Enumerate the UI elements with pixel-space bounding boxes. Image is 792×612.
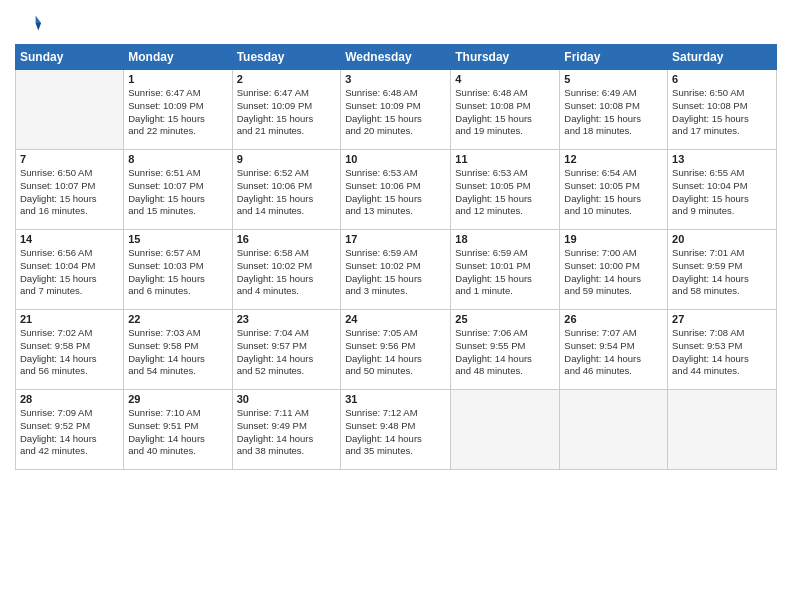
day-number: 26: [564, 313, 663, 325]
day-cell: 28Sunrise: 7:09 AM Sunset: 9:52 PM Dayli…: [16, 390, 124, 470]
day-info: Sunrise: 7:04 AM Sunset: 9:57 PM Dayligh…: [237, 327, 337, 378]
day-cell: 13Sunrise: 6:55 AM Sunset: 10:04 PM Dayl…: [668, 150, 777, 230]
day-number: 8: [128, 153, 227, 165]
day-number: 11: [455, 153, 555, 165]
day-info: Sunrise: 6:48 AM Sunset: 10:09 PM Daylig…: [345, 87, 446, 138]
day-number: 16: [237, 233, 337, 245]
svg-marker-0: [36, 16, 42, 23]
day-number: 22: [128, 313, 227, 325]
day-info: Sunrise: 6:50 AM Sunset: 10:07 PM Daylig…: [20, 167, 119, 218]
day-cell: 31Sunrise: 7:12 AM Sunset: 9:48 PM Dayli…: [341, 390, 451, 470]
day-cell: 23Sunrise: 7:04 AM Sunset: 9:57 PM Dayli…: [232, 310, 341, 390]
day-info: Sunrise: 6:48 AM Sunset: 10:08 PM Daylig…: [455, 87, 555, 138]
header: [15, 10, 777, 38]
day-cell: 18Sunrise: 6:59 AM Sunset: 10:01 PM Dayl…: [451, 230, 560, 310]
day-number: 6: [672, 73, 772, 85]
day-number: 12: [564, 153, 663, 165]
day-cell: 14Sunrise: 6:56 AM Sunset: 10:04 PM Dayl…: [16, 230, 124, 310]
week-row-2: 7Sunrise: 6:50 AM Sunset: 10:07 PM Dayli…: [16, 150, 777, 230]
day-cell: 5Sunrise: 6:49 AM Sunset: 10:08 PM Dayli…: [560, 70, 668, 150]
logo: [15, 10, 47, 38]
weekday-header-friday: Friday: [560, 45, 668, 70]
day-number: 13: [672, 153, 772, 165]
day-cell: 11Sunrise: 6:53 AM Sunset: 10:05 PM Dayl…: [451, 150, 560, 230]
day-number: 24: [345, 313, 446, 325]
weekday-header-tuesday: Tuesday: [232, 45, 341, 70]
day-cell: 16Sunrise: 6:58 AM Sunset: 10:02 PM Dayl…: [232, 230, 341, 310]
day-number: 5: [564, 73, 663, 85]
day-number: 17: [345, 233, 446, 245]
day-cell: 4Sunrise: 6:48 AM Sunset: 10:08 PM Dayli…: [451, 70, 560, 150]
day-cell: 9Sunrise: 6:52 AM Sunset: 10:06 PM Dayli…: [232, 150, 341, 230]
day-cell: 1Sunrise: 6:47 AM Sunset: 10:09 PM Dayli…: [124, 70, 232, 150]
day-info: Sunrise: 6:54 AM Sunset: 10:05 PM Daylig…: [564, 167, 663, 218]
day-cell: 24Sunrise: 7:05 AM Sunset: 9:56 PM Dayli…: [341, 310, 451, 390]
calendar-body: 1Sunrise: 6:47 AM Sunset: 10:09 PM Dayli…: [16, 70, 777, 470]
day-cell: [560, 390, 668, 470]
day-cell: 29Sunrise: 7:10 AM Sunset: 9:51 PM Dayli…: [124, 390, 232, 470]
day-info: Sunrise: 7:10 AM Sunset: 9:51 PM Dayligh…: [128, 407, 227, 458]
day-cell: [451, 390, 560, 470]
week-row-5: 28Sunrise: 7:09 AM Sunset: 9:52 PM Dayli…: [16, 390, 777, 470]
day-info: Sunrise: 7:07 AM Sunset: 9:54 PM Dayligh…: [564, 327, 663, 378]
day-number: 31: [345, 393, 446, 405]
day-number: 29: [128, 393, 227, 405]
week-row-1: 1Sunrise: 6:47 AM Sunset: 10:09 PM Dayli…: [16, 70, 777, 150]
day-cell: 2Sunrise: 6:47 AM Sunset: 10:09 PM Dayli…: [232, 70, 341, 150]
day-number: 30: [237, 393, 337, 405]
day-cell: 19Sunrise: 7:00 AM Sunset: 10:00 PM Dayl…: [560, 230, 668, 310]
week-row-4: 21Sunrise: 7:02 AM Sunset: 9:58 PM Dayli…: [16, 310, 777, 390]
day-info: Sunrise: 7:12 AM Sunset: 9:48 PM Dayligh…: [345, 407, 446, 458]
day-info: Sunrise: 6:49 AM Sunset: 10:08 PM Daylig…: [564, 87, 663, 138]
weekday-row: SundayMondayTuesdayWednesdayThursdayFrid…: [16, 45, 777, 70]
weekday-header-sunday: Sunday: [16, 45, 124, 70]
day-number: 15: [128, 233, 227, 245]
day-cell: 26Sunrise: 7:07 AM Sunset: 9:54 PM Dayli…: [560, 310, 668, 390]
day-info: Sunrise: 6:50 AM Sunset: 10:08 PM Daylig…: [672, 87, 772, 138]
day-number: 14: [20, 233, 119, 245]
day-cell: 7Sunrise: 6:50 AM Sunset: 10:07 PM Dayli…: [16, 150, 124, 230]
day-info: Sunrise: 7:01 AM Sunset: 9:59 PM Dayligh…: [672, 247, 772, 298]
day-number: 4: [455, 73, 555, 85]
day-info: Sunrise: 6:59 AM Sunset: 10:02 PM Daylig…: [345, 247, 446, 298]
day-info: Sunrise: 7:03 AM Sunset: 9:58 PM Dayligh…: [128, 327, 227, 378]
day-info: Sunrise: 6:56 AM Sunset: 10:04 PM Daylig…: [20, 247, 119, 298]
day-info: Sunrise: 6:47 AM Sunset: 10:09 PM Daylig…: [237, 87, 337, 138]
calendar-header: SundayMondayTuesdayWednesdayThursdayFrid…: [16, 45, 777, 70]
calendar-page: SundayMondayTuesdayWednesdayThursdayFrid…: [0, 0, 792, 612]
day-cell: 30Sunrise: 7:11 AM Sunset: 9:49 PM Dayli…: [232, 390, 341, 470]
day-number: 25: [455, 313, 555, 325]
day-info: Sunrise: 6:55 AM Sunset: 10:04 PM Daylig…: [672, 167, 772, 218]
day-info: Sunrise: 6:47 AM Sunset: 10:09 PM Daylig…: [128, 87, 227, 138]
day-cell: 15Sunrise: 6:57 AM Sunset: 10:03 PM Dayl…: [124, 230, 232, 310]
day-number: 28: [20, 393, 119, 405]
day-info: Sunrise: 6:53 AM Sunset: 10:05 PM Daylig…: [455, 167, 555, 218]
weekday-header-saturday: Saturday: [668, 45, 777, 70]
day-cell: 25Sunrise: 7:06 AM Sunset: 9:55 PM Dayli…: [451, 310, 560, 390]
day-cell: 12Sunrise: 6:54 AM Sunset: 10:05 PM Dayl…: [560, 150, 668, 230]
day-number: 3: [345, 73, 446, 85]
day-cell: 3Sunrise: 6:48 AM Sunset: 10:09 PM Dayli…: [341, 70, 451, 150]
day-cell: 17Sunrise: 6:59 AM Sunset: 10:02 PM Dayl…: [341, 230, 451, 310]
day-info: Sunrise: 7:02 AM Sunset: 9:58 PM Dayligh…: [20, 327, 119, 378]
day-number: 2: [237, 73, 337, 85]
day-info: Sunrise: 7:08 AM Sunset: 9:53 PM Dayligh…: [672, 327, 772, 378]
day-info: Sunrise: 6:53 AM Sunset: 10:06 PM Daylig…: [345, 167, 446, 218]
day-cell: [668, 390, 777, 470]
day-number: 7: [20, 153, 119, 165]
day-number: 21: [20, 313, 119, 325]
day-cell: 27Sunrise: 7:08 AM Sunset: 9:53 PM Dayli…: [668, 310, 777, 390]
day-info: Sunrise: 6:52 AM Sunset: 10:06 PM Daylig…: [237, 167, 337, 218]
day-number: 10: [345, 153, 446, 165]
day-cell: 6Sunrise: 6:50 AM Sunset: 10:08 PM Dayli…: [668, 70, 777, 150]
day-cell: 8Sunrise: 6:51 AM Sunset: 10:07 PM Dayli…: [124, 150, 232, 230]
day-info: Sunrise: 6:58 AM Sunset: 10:02 PM Daylig…: [237, 247, 337, 298]
day-info: Sunrise: 7:11 AM Sunset: 9:49 PM Dayligh…: [237, 407, 337, 458]
day-number: 23: [237, 313, 337, 325]
weekday-header-monday: Monday: [124, 45, 232, 70]
day-cell: 22Sunrise: 7:03 AM Sunset: 9:58 PM Dayli…: [124, 310, 232, 390]
day-cell: [16, 70, 124, 150]
day-info: Sunrise: 6:59 AM Sunset: 10:01 PM Daylig…: [455, 247, 555, 298]
day-cell: 21Sunrise: 7:02 AM Sunset: 9:58 PM Dayli…: [16, 310, 124, 390]
svg-marker-1: [36, 23, 42, 30]
